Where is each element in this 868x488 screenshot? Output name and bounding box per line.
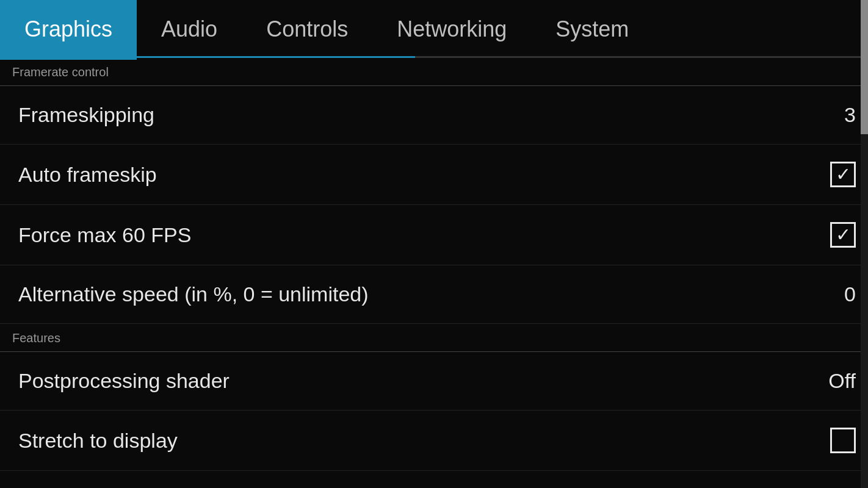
scrollbar-thumb[interactable] [861, 0, 868, 134]
section-header-framerate: Framerate control [0, 58, 868, 85]
tab-system[interactable]: System [531, 0, 653, 58]
setting-row-frameskipping[interactable]: Frameskipping 3 [0, 86, 868, 145]
setting-label-stretch-to-display: Stretch to display [18, 429, 178, 453]
setting-value-alternative-speed: 0 [844, 282, 856, 306]
scrollbar[interactable] [861, 0, 868, 488]
tab-bar: Graphics Audio Controls Networking Syste… [0, 0, 868, 58]
checkbox-force-max-60fps[interactable] [830, 222, 856, 248]
setting-label-alternative-speed: Alternative speed (in %, 0 = unlimited) [18, 282, 369, 306]
setting-row-postprocessing-shader[interactable]: Postprocessing shader Off [0, 352, 868, 411]
setting-label-postprocessing-shader: Postprocessing shader [18, 369, 230, 393]
setting-label-force-max-60fps: Force max 60 FPS [18, 223, 191, 247]
setting-row-stretch-to-display[interactable]: Stretch to display [0, 411, 868, 471]
setting-label-frameskipping: Frameskipping [18, 103, 154, 127]
setting-value-postprocessing-shader: Off [828, 369, 856, 393]
settings-content: Framerate control Frameskipping 3 Auto f… [0, 58, 868, 471]
setting-row-auto-frameskip[interactable]: Auto frameskip [0, 145, 868, 205]
tab-graphics[interactable]: Graphics [0, 0, 137, 58]
tab-audio[interactable]: Audio [137, 0, 242, 58]
checkbox-stretch-to-display[interactable] [830, 428, 856, 453]
section-header-features: Features [0, 324, 868, 351]
tab-networking[interactable]: Networking [372, 0, 531, 58]
setting-label-auto-frameskip: Auto frameskip [18, 163, 157, 187]
tab-controls[interactable]: Controls [242, 0, 372, 58]
setting-row-force-max-60fps[interactable]: Force max 60 FPS [0, 205, 868, 265]
checkbox-auto-frameskip[interactable] [830, 162, 856, 187]
setting-row-alternative-speed[interactable]: Alternative speed (in %, 0 = unlimited) … [0, 265, 868, 324]
setting-value-frameskipping: 3 [844, 103, 856, 127]
